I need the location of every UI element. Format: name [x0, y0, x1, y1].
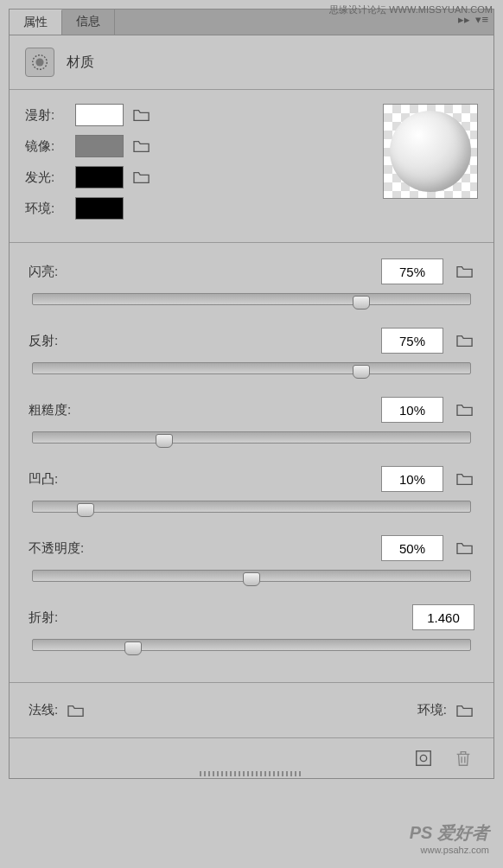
roughness-label: 粗糙度:: [29, 402, 71, 418]
reflection-input[interactable]: [381, 328, 443, 354]
slider-thumb[interactable]: [353, 365, 370, 379]
normal-item: 法线:: [29, 702, 86, 718]
folder-icon[interactable]: [455, 264, 474, 279]
sliders-section: 闪亮: 反射: 粗糙度:: [10, 243, 493, 683]
watermark-top: 思缘设计论坛 WWW.MISSYUAN.COM: [329, 3, 493, 16]
bump-row: 凹凸:: [29, 466, 474, 513]
refraction-row: 折射:: [29, 604, 474, 651]
environment-label: 环境:: [417, 702, 447, 718]
diffuse-swatch[interactable]: [75, 104, 124, 126]
reflection-slider[interactable]: [32, 362, 471, 374]
refraction-input[interactable]: [412, 604, 474, 630]
header-section: 材质: [10, 35, 493, 90]
sphere-icon: [390, 111, 471, 192]
slider-thumb[interactable]: [124, 641, 142, 655]
scroll-indicator: [200, 771, 303, 776]
ambient-row: 环境:: [25, 197, 478, 220]
opacity-label: 不透明度:: [29, 540, 84, 557]
specular-swatch[interactable]: [75, 135, 124, 157]
render-icon[interactable]: [412, 747, 435, 769]
roughness-slider[interactable]: [32, 431, 471, 444]
bump-input[interactable]: [381, 466, 443, 492]
color-section: 漫射: 镜像: 发光: 环境:: [10, 90, 493, 243]
shine-slider[interactable]: [32, 293, 471, 305]
watermark-bottom: PS 爱好者 www.psahz.com: [410, 821, 489, 856]
diffuse-label: 漫射:: [25, 107, 67, 124]
refraction-label: 折射:: [29, 610, 58, 626]
watermark-logo: PS 爱好者: [410, 821, 489, 844]
bump-label: 凹凸:: [29, 471, 58, 488]
reflection-row: 反射:: [29, 328, 474, 374]
folder-icon[interactable]: [455, 402, 474, 418]
refraction-slider[interactable]: [32, 639, 471, 651]
slider-thumb[interactable]: [77, 503, 94, 517]
folder-icon[interactable]: [67, 703, 86, 718]
environment-item: 环境:: [417, 702, 474, 718]
bottom-section: 法线: 环境:: [10, 683, 493, 738]
opacity-slider[interactable]: [32, 570, 471, 582]
watermark-url: www.psahz.com: [410, 844, 489, 856]
normal-label: 法线:: [29, 702, 58, 718]
folder-icon[interactable]: [132, 138, 151, 154]
svg-point-3: [420, 755, 426, 761]
svg-point-1: [35, 58, 43, 66]
folder-icon[interactable]: [455, 703, 474, 718]
folder-icon[interactable]: [132, 169, 151, 185]
tab-properties[interactable]: 属性: [10, 10, 62, 35]
folder-icon[interactable]: [132, 107, 151, 123]
shine-input[interactable]: [381, 258, 443, 284]
svg-rect-2: [417, 751, 431, 766]
bump-slider[interactable]: [32, 501, 471, 513]
tab-info[interactable]: 信息: [62, 10, 115, 35]
material-icon[interactable]: [25, 48, 54, 77]
slider-thumb[interactable]: [156, 434, 173, 448]
ambient-swatch[interactable]: [75, 197, 124, 220]
folder-icon[interactable]: [455, 471, 474, 487]
specular-label: 镜像:: [25, 138, 67, 155]
slider-thumb[interactable]: [243, 572, 260, 586]
trash-icon[interactable]: [452, 747, 474, 769]
properties-panel: 属性 信息 ▸▸ ▾≡ 材质 漫射: 镜像: 发光:: [9, 9, 494, 779]
page-title: 材质: [67, 54, 94, 72]
ambient-label: 环境:: [25, 201, 67, 217]
shine-row: 闪亮:: [29, 258, 474, 305]
folder-icon[interactable]: [455, 540, 474, 556]
roughness-row: 粗糙度:: [29, 397, 474, 444]
material-preview[interactable]: [383, 104, 478, 199]
slider-thumb[interactable]: [353, 296, 370, 310]
opacity-input[interactable]: [381, 535, 443, 561]
glow-label: 发光:: [25, 169, 67, 186]
opacity-row: 不透明度:: [29, 535, 474, 582]
roughness-input[interactable]: [381, 397, 443, 423]
folder-icon[interactable]: [455, 333, 474, 348]
shine-label: 闪亮:: [29, 264, 58, 280]
reflection-label: 反射:: [29, 333, 58, 349]
glow-swatch[interactable]: [75, 166, 124, 188]
